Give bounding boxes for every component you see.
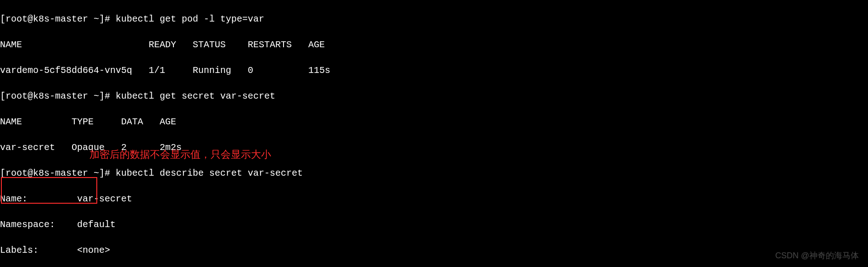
pod-table-row: vardemo-5cf58dd664-vnv5q 1/1 Running 0 1… bbox=[0, 64, 868, 77]
prompt: [root@k8s-master ~]# bbox=[0, 168, 116, 178]
terminal-output[interactable]: [root@k8s-master ~]# kubectl get pod -l … bbox=[0, 0, 868, 267]
secret-table-header: NAME TYPE DATA AGE bbox=[0, 116, 868, 128]
describe-name: Name: var-secret bbox=[0, 193, 868, 206]
pod-table-header: NAME READY STATUS RESTARTS AGE bbox=[0, 39, 868, 51]
prompt: [root@k8s-master ~]# bbox=[0, 91, 116, 101]
describe-labels: Labels: <none> bbox=[0, 244, 868, 257]
describe-namespace: Namespace: default bbox=[0, 218, 868, 231]
command-text: kubectl describe secret var-secret bbox=[116, 168, 303, 178]
watermark: CSDN @神奇的海马体 bbox=[775, 250, 859, 261]
prompt: [root@k8s-master ~]# bbox=[0, 14, 116, 24]
command-text: kubectl get pod -l type=var bbox=[116, 14, 264, 24]
command-text: kubectl get secret var-secret bbox=[116, 91, 275, 101]
annotation-text: 加密后的数据不会显示值，只会显示大小 bbox=[89, 148, 271, 162]
